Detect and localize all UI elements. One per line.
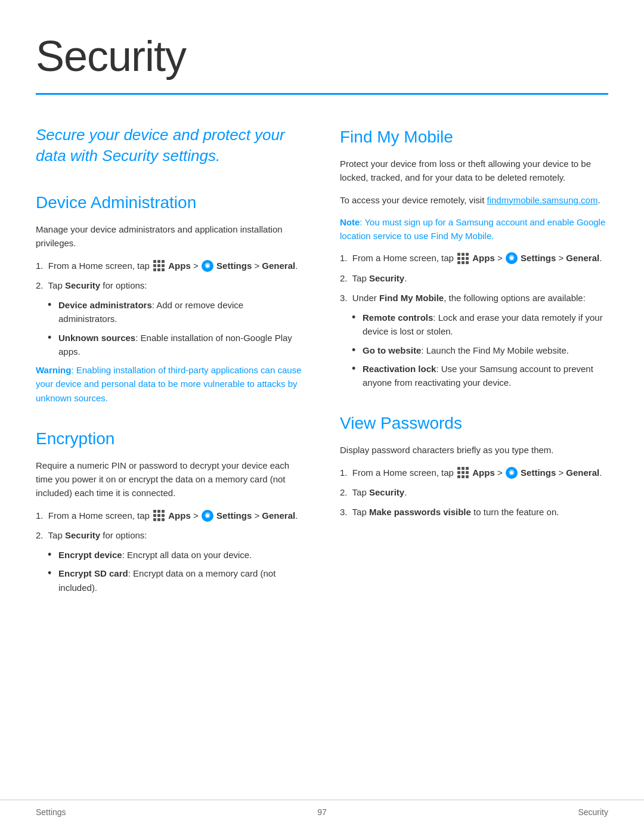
find-my-mobile-note: Note: You must sign up for a Samsung acc… <box>340 215 608 243</box>
bullet-device-admins: Device administrators: Add or remove dev… <box>48 298 304 326</box>
device-admin-bullets: Device administrators: Add or remove dev… <box>48 298 304 358</box>
step1-text: From a Home screen, tap <box>48 261 150 271</box>
find-my-mobile-title: Find My Mobile <box>340 125 608 150</box>
fmm-step1: 1. From a Home screen, tap Apps > Settin… <box>340 251 608 265</box>
encryption-desc: Require a numeric PIN or password to dec… <box>36 459 304 500</box>
fmm-step1-general: > General. <box>558 253 602 263</box>
enc-settings-label: Settings <box>216 510 252 521</box>
enc-apps-label: Apps <box>168 510 191 521</box>
footer-left: Settings <box>36 806 66 819</box>
step2-num: 2. <box>36 280 46 290</box>
fmm-settings-label: Settings <box>521 253 556 263</box>
step1-general: > General. <box>254 261 298 271</box>
device-admin-section: Device Administration Manage your device… <box>36 190 304 405</box>
findmymobile-link[interactable]: findmymobile.samsung.com <box>487 195 597 205</box>
bullet-remote-controls: Remote controls: Lock and erase your dat… <box>352 311 608 339</box>
tagline: Secure your device and protect your data… <box>36 125 304 166</box>
bullet2-label: Unknown sources <box>58 333 135 343</box>
step1-num: 1. <box>36 261 46 271</box>
vp-step2-num: 2. <box>340 487 350 497</box>
fmm-step2: 2. Tap Security. <box>340 271 608 285</box>
fmm-step1-num: 1. <box>340 253 350 263</box>
fmm-step1-text: From a Home screen, tap <box>352 253 454 263</box>
page: Security Secure your device and protect … <box>0 0 644 833</box>
device-admin-step2: 2. Tap Security for options: <box>36 278 304 292</box>
vp-apps-icon <box>457 467 469 478</box>
visit-text: To access your device remotely, visit <box>340 195 487 205</box>
right-column: Find My Mobile Protect your device from … <box>340 119 608 616</box>
vp-settings-icon <box>506 467 518 479</box>
fmm-apps-icon <box>457 253 469 264</box>
page-title: Security <box>36 24 608 88</box>
apps-icon <box>153 260 165 271</box>
find-my-mobile-desc: Protect your device from loss or theft a… <box>340 157 608 185</box>
fmm-bullet2-text: : Launch the Find My Mobile website. <box>421 345 569 355</box>
fmm-apps-label: Apps <box>472 253 495 263</box>
bullet-reactivation-lock: Reactivation lock: Use your Samsung acco… <box>352 362 608 390</box>
fmm-bullet2-label: Go to website <box>363 345 421 355</box>
encryption-title: Encryption <box>36 426 304 451</box>
vp-step2: 2. Tap Security. <box>340 485 608 499</box>
visit-end: . <box>597 195 600 205</box>
enc-settings-icon <box>202 510 213 522</box>
footer-center: 97 <box>317 806 327 819</box>
fmm-step2-text: Tap Security. <box>352 273 407 283</box>
view-passwords-desc: Display password characters briefly as y… <box>340 443 608 457</box>
note-label: Note <box>340 217 360 227</box>
footer: Settings 97 Security <box>0 800 644 819</box>
bullet-encrypt-device: Encrypt device: Encrypt all data on your… <box>48 548 304 562</box>
vp-step3-num: 3. <box>340 507 350 517</box>
device-admin-title: Device Administration <box>36 190 304 215</box>
enc-bullet1-text: : Encrypt all data on your device. <box>122 550 252 560</box>
encryption-section: Encryption Require a numeric PIN or pass… <box>36 426 304 594</box>
bullet-encrypt-sd: Encrypt SD card: Encrypt data on a memor… <box>48 566 304 594</box>
title-divider <box>36 93 608 95</box>
vp-step1-text: From a Home screen, tap <box>352 467 454 478</box>
enc-apps-icon <box>153 510 165 521</box>
warning-label: Warning <box>36 365 71 375</box>
settings-icon <box>202 260 213 272</box>
warning-text: : Enabling installation of third-party a… <box>36 365 302 403</box>
encryption-step1: 1. From a Home screen, tap Apps > Settin… <box>36 509 304 522</box>
fmm-bullet3-label: Reactivation lock <box>363 364 436 374</box>
enc-step2-text: Tap Security for options: <box>48 530 147 540</box>
device-admin-step1: 1. From a Home screen, tap Apps > Settin… <box>36 259 304 272</box>
vp-settings-label: Settings <box>521 467 556 478</box>
fmm-step3: 3. Under Find My Mobile, the following o… <box>340 291 608 305</box>
vp-step2-text: Tap Security. <box>352 487 407 497</box>
vp-step1-num: 1. <box>340 467 350 478</box>
vp-apps-label: Apps <box>472 467 495 478</box>
bullet1-label: Device administrators <box>58 300 152 310</box>
settings-label: Settings <box>216 261 252 271</box>
fmm-settings-icon <box>506 252 518 264</box>
device-admin-desc: Manage your device administrators and ap… <box>36 222 304 250</box>
bullet-go-to-website: Go to website: Launch the Find My Mobile… <box>352 343 608 357</box>
vp-step1: 1. From a Home screen, tap Apps > Settin… <box>340 466 608 479</box>
fmm-bullets: Remote controls: Lock and erase your dat… <box>352 311 608 389</box>
enc-step1-general: > General. <box>254 510 298 521</box>
vp-step3: 3. Tap Make passwords visible to turn th… <box>340 505 608 519</box>
view-passwords-section: View Passwords Display password characte… <box>340 411 608 519</box>
footer-right: Security <box>578 806 608 819</box>
enc-bullet1-label: Encrypt device <box>58 550 122 560</box>
left-column: Secure your device and protect your data… <box>36 119 304 616</box>
encryption-bullets: Encrypt device: Encrypt all data on your… <box>48 548 304 594</box>
find-my-mobile-section: Find My Mobile Protect your device from … <box>340 125 608 389</box>
enc-step1-num: 1. <box>36 510 46 521</box>
device-admin-warning: Warning: Enabling installation of third-… <box>36 363 304 405</box>
fmm-bullet1-label: Remote controls <box>363 312 433 323</box>
vp-step3-text: Tap Make passwords visible to turn the f… <box>352 507 559 517</box>
encryption-step2: 2. Tap Security for options: <box>36 528 304 542</box>
fmm-step2-num: 2. <box>340 273 350 283</box>
note-text: : You must sign up for a Samsung account… <box>340 217 605 241</box>
fmm-step3-num: 3. <box>340 293 350 303</box>
vp-step1-general: > General. <box>558 467 602 478</box>
enc-step1-text: From a Home screen, tap <box>48 510 150 521</box>
view-passwords-title: View Passwords <box>340 411 608 436</box>
enc-bullet2-label: Encrypt SD card <box>58 568 128 578</box>
bullet-unknown-sources: Unknown sources: Enable installation of … <box>48 331 304 359</box>
enc-step2-num: 2. <box>36 530 46 540</box>
step2-text: Tap Security for options: <box>48 280 147 290</box>
find-my-mobile-visit: To access your device remotely, visit fi… <box>340 193 608 207</box>
fmm-step3-text: Under Find My Mobile, the following opti… <box>352 293 586 303</box>
